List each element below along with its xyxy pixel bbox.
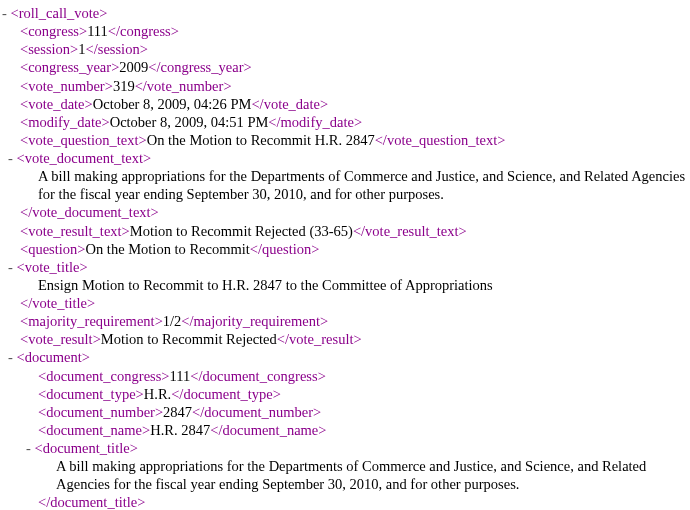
vote-date-line: <vote_date>October 8, 2009, 04:26 PM</vo… — [2, 95, 690, 113]
session-line: <session>1</session> — [2, 40, 690, 58]
vote-title-close: </vote_title> — [2, 294, 690, 312]
vote-document-text-value: A bill making appropriations for the Dep… — [2, 167, 690, 203]
congress-line: <congress>111</congress> — [2, 22, 690, 40]
document-type-line: <document_type>H.R.</document_type> — [2, 385, 690, 403]
vote-title-value: Ensign Motion to Recommit to H.R. 2847 t… — [2, 276, 690, 294]
question-line: <question>On the Motion to Recommit</que… — [2, 240, 690, 258]
vote-question-text-line: <vote_question_text>On the Motion to Rec… — [2, 131, 690, 149]
xml-tree: - <roll_call_vote> <congress>111</congre… — [2, 4, 690, 510]
vote-result-line: <vote_result>Motion to Recommit Rejected… — [2, 330, 690, 348]
root-tag: roll_call_vote — [19, 5, 100, 21]
document-title-close: </document_title> — [2, 493, 690, 510]
vote-result-text-line: <vote_result_text>Motion to Recommit Rej… — [2, 222, 690, 240]
document-open: - <document> — [2, 348, 690, 366]
modify-date-line: <modify_date>October 8, 2009, 04:51 PM</… — [2, 113, 690, 131]
root-open-line: - <roll_call_vote> — [2, 4, 690, 22]
vote-document-text-close: </vote_document_text> — [2, 203, 690, 221]
majority-requirement-line: <majority_requirement>1/2</majority_requ… — [2, 312, 690, 330]
document-title-open: - <document_title> — [2, 439, 690, 457]
vote-document-text-open: - <vote_document_text> — [2, 149, 690, 167]
congress-year-line: <congress_year>2009</congress_year> — [2, 58, 690, 76]
vote-title-open: - <vote_title> — [2, 258, 690, 276]
document-title-value: A bill making appropriations for the Dep… — [2, 457, 690, 493]
document-congress-line: <document_congress>111</document_congres… — [2, 367, 690, 385]
document-number-line: <document_number>2847</document_number> — [2, 403, 690, 421]
vote-number-line: <vote_number>319</vote_number> — [2, 77, 690, 95]
document-name-line: <document_name>H.R. 2847</document_name> — [2, 421, 690, 439]
